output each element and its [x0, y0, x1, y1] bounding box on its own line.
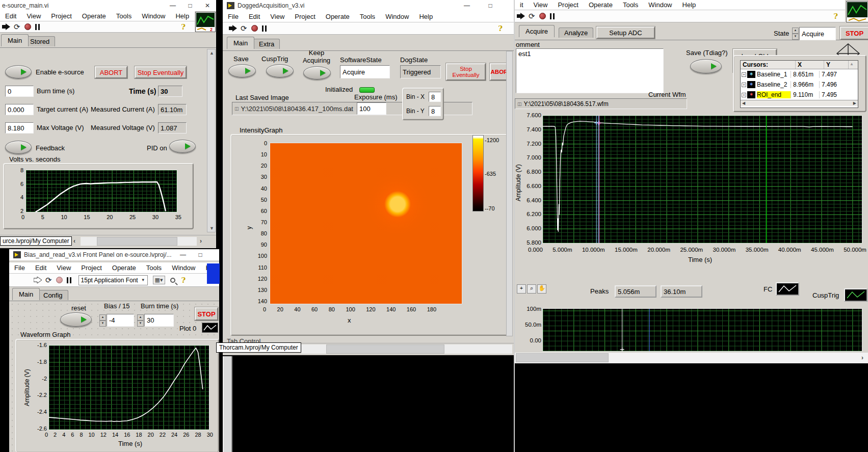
search-icon[interactable] — [170, 278, 175, 283]
font-selector[interactable]: 15pt Application Font ▼ — [78, 275, 148, 285]
minimize-button[interactable]: — — [458, 2, 476, 9]
abort-icon[interactable] — [24, 23, 31, 30]
horizontal-scrollbar[interactable] — [97, 237, 177, 246]
bin-x-field[interactable]: 8 — [429, 92, 441, 102]
menu-item-edit[interactable]: Edit — [35, 264, 46, 272]
scroll-right-icon[interactable]: ▶ — [853, 101, 856, 105]
menu-item-view[interactable]: View — [57, 264, 71, 272]
run-continuous-icon[interactable]: ⟳ — [241, 24, 247, 32]
burn-time-field[interactable]: 0 — [5, 86, 34, 97]
run-icon[interactable] — [34, 277, 42, 283]
enable-esource-toggle[interactable] — [5, 65, 32, 78]
cursor-row[interactable]: +✶Baseline_28.966m7.496 — [741, 79, 858, 90]
menu-item-window[interactable]: Window — [142, 12, 165, 20]
cursor-style-icon[interactable]: ✶ — [747, 81, 755, 88]
bias-scrollbar-remnant[interactable] — [223, 356, 232, 452]
run-icon[interactable] — [517, 13, 525, 19]
menu-item-operate[interactable]: Operate — [112, 264, 136, 272]
menu-item-file[interactable]: File — [14, 264, 25, 272]
project-context[interactable]: urce.lvproj/My Computer — [0, 236, 72, 246]
tab-main[interactable]: Main — [1, 34, 29, 46]
target-current-field[interactable]: 0.000 — [5, 104, 34, 115]
menu-item-view[interactable]: View — [534, 1, 548, 9]
menu-item-edit[interactable]: Edit — [249, 13, 260, 20]
maximize-button[interactable]: □ — [192, 251, 209, 258]
pid-on-toggle[interactable] — [169, 140, 196, 153]
minimize-button[interactable]: — — [174, 251, 192, 258]
maximize-button[interactable]: □ — [482, 2, 499, 9]
stop-eventually-button[interactable]: Stop Eventually — [135, 66, 187, 78]
burn-time-stepper[interactable]: ▲▼ — [137, 314, 144, 327]
scroll-right-icon[interactable]: › — [861, 354, 863, 361]
keep-acquiring-toggle[interactable] — [303, 66, 331, 79]
menu-item-project[interactable]: Project — [81, 264, 101, 272]
max-voltage-field[interactable]: 8.180 — [5, 122, 34, 134]
intensity-plot-area[interactable] — [270, 143, 462, 304]
menu-item-view[interactable]: View — [270, 13, 284, 20]
stop-eventually-button[interactable]: Stop Eventually — [446, 63, 486, 81]
menu-item-project[interactable]: Project — [51, 12, 71, 20]
menu-item-view[interactable]: View — [27, 12, 41, 20]
scroll-right-icon[interactable]: › — [200, 237, 202, 245]
tab-acquire[interactable]: Acquire — [519, 25, 555, 37]
comment-box[interactable]: est1 — [516, 48, 664, 93]
cursor-move-icon[interactable]: + — [517, 284, 526, 294]
intensity-graph[interactable]: 0102030405060708090100110120130140 y 020… — [230, 134, 508, 336]
cursor-row[interactable]: +✶ROI_end9.110m7.495 — [741, 90, 858, 100]
tab-config[interactable]: Config — [38, 290, 68, 300]
menu-item-window[interactable]: Window — [385, 13, 409, 20]
tab-stored[interactable]: Stored — [24, 36, 55, 46]
save-toggle[interactable] — [228, 64, 256, 77]
cursor-col-header[interactable]: Cursors: — [741, 61, 796, 69]
abort-icon[interactable] — [539, 13, 546, 19]
cursor-col-header[interactable]: X — [796, 61, 824, 69]
cursor-style-icon[interactable]: ✶ — [747, 91, 755, 98]
titlebar[interactable]: e-source_main.vi — □ ✕ — [0, 0, 216, 11]
help-icon[interactable]: ? — [181, 22, 186, 32]
help-icon[interactable]: ? — [498, 24, 503, 33]
plot-legend-icon[interactable] — [202, 323, 218, 333]
menu-item-window[interactable]: Window — [648, 1, 672, 9]
minimize-button[interactable]: — — [164, 2, 181, 9]
burn-time-field[interactable]: 30 — [144, 314, 174, 327]
menu-item-window[interactable]: Window — [172, 264, 195, 272]
pause-icon[interactable] — [67, 277, 71, 283]
waveform-graph[interactable]: -1.6-1.8-2-2.2-2.4-2.6 Amplitude (V) 024… — [15, 339, 219, 452]
menu-item-operate[interactable]: Operate — [326, 13, 350, 20]
cursor-table[interactable]: Cursors:XY▲+✶Baseline_18.651m7.497+✶Base… — [740, 60, 858, 108]
menu-item-tools[interactable]: Tools — [116, 12, 131, 20]
titlebar[interactable]: DoggedAcquisition_v3.vi — □ — [223, 0, 514, 11]
menu-item-operate[interactable]: Operate — [589, 1, 613, 9]
state-field[interactable]: Acquire — [799, 27, 836, 40]
zoom-tool-icon[interactable]: ⌕ — [527, 284, 536, 294]
abort-button[interactable]: ABORT — [95, 66, 127, 78]
project-context-tooltip[interactable]: Thorcam.lvproj/My Computer — [216, 342, 301, 353]
run-icon[interactable] — [229, 25, 238, 32]
secondary-graph[interactable] — [542, 308, 862, 352]
tab-analyze[interactable]: Analyze — [559, 28, 593, 38]
setup-adc-button[interactable]: Setup ADC — [596, 26, 655, 39]
help-icon[interactable]: ? — [833, 12, 838, 21]
pause-icon[interactable] — [262, 25, 267, 32]
bin-y-field[interactable]: 8 — [429, 106, 441, 116]
pause-icon[interactable] — [35, 24, 40, 30]
run-icon[interactable] — [2, 23, 11, 30]
bias-field[interactable]: -4 — [107, 314, 134, 327]
abort-icon[interactable] — [251, 25, 258, 32]
menu-item-project[interactable]: Project — [558, 1, 578, 9]
cusptrig-toggle[interactable] — [266, 64, 294, 77]
expand-icon[interactable]: + — [742, 72, 746, 77]
menu-item-tools[interactable]: Tools — [360, 13, 375, 20]
stop-button[interactable]: STOP — [840, 26, 868, 40]
maximize-button[interactable]: □ — [181, 2, 199, 9]
menu-item-help[interactable]: Help — [419, 13, 433, 20]
cusptrig-legend-icon[interactable] — [844, 288, 867, 302]
align-objects-icon[interactable]: ▦▾ — [153, 276, 165, 284]
expand-icon[interactable]: + — [742, 83, 746, 87]
menu-item-file[interactable]: File — [228, 13, 239, 20]
cursor-name[interactable]: Baseline_2 — [757, 81, 791, 88]
run-continuous-icon[interactable]: ⟳ — [14, 23, 20, 31]
scroll-left-icon[interactable]: ‹ — [73, 237, 75, 245]
menu-item-help[interactable]: Help — [682, 1, 696, 9]
cursor-row[interactable]: +✶Baseline_18.651m7.497 — [741, 69, 858, 79]
